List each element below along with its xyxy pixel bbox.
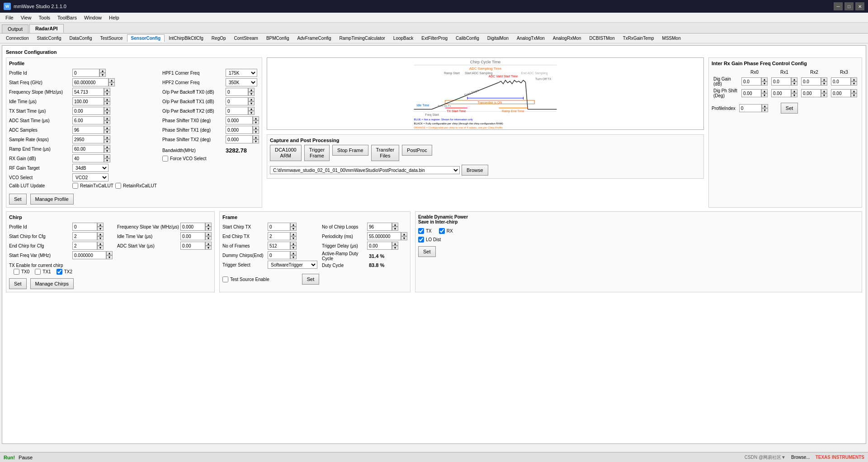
dynamic-power-set-button[interactable]: Set	[418, 246, 436, 257]
sub-tab-dataconfig[interactable]: DataConfig	[66, 34, 96, 42]
sub-tab-analogrxmon[interactable]: AnalogRxMon	[549, 34, 585, 42]
no-of-frames-input[interactable]	[268, 242, 290, 250]
phase-tx2-input[interactable]: ▲▼	[226, 135, 259, 143]
chirp-set-button[interactable]: Set	[9, 278, 27, 289]
phase-tx0-up[interactable]: ▲	[253, 116, 259, 120]
dig-ph-rx0[interactable]	[741, 89, 761, 97]
start-freq-down[interactable]: ▼	[108, 82, 115, 86]
dig-ph-rx2[interactable]	[801, 89, 821, 97]
dca1000-arm-button[interactable]: DCA1000 ARM	[270, 145, 302, 161]
dig-gain-rx1[interactable]	[771, 77, 791, 86]
dummy-chirps-input[interactable]	[268, 251, 290, 259]
postproc-button[interactable]: PostProc	[402, 145, 432, 156]
start-freq-input[interactable]: ▲▼	[72, 78, 115, 86]
sub-tab-txrxgaintemp[interactable]: TxRxGainTemp	[619, 34, 658, 42]
periodicity-input[interactable]	[367, 232, 401, 240]
vco-select-dropdown[interactable]: VCO2	[72, 173, 108, 181]
tx-start-input[interactable]: ▲▼	[72, 107, 110, 115]
sample-rate-down[interactable]: ▼	[104, 139, 110, 143]
phase-tx2-down[interactable]: ▼	[253, 139, 259, 143]
sub-tab-sensorconfig[interactable]: SensorConfig	[127, 34, 165, 42]
phase-tx0-down[interactable]: ▼	[253, 120, 259, 124]
sample-rate-input[interactable]: ▲▼	[72, 135, 110, 143]
dig-gain-rx3[interactable]	[831, 77, 851, 86]
sample-rate-up[interactable]: ▲	[104, 135, 110, 139]
profile-id-up[interactable]: ▲	[99, 69, 106, 73]
rx-dynamic-checkbox[interactable]	[439, 228, 445, 234]
sub-tab-digitalmon[interactable]: DigitalMon	[483, 34, 513, 42]
adc-samples-up[interactable]: ▲	[104, 126, 110, 130]
trigger-delay-input[interactable]	[367, 242, 392, 250]
end-chirp-tx-input[interactable]	[268, 232, 290, 240]
rx-gain-down[interactable]: ▼	[104, 158, 110, 162]
retain-tx-cal-lut-checkbox[interactable]	[72, 183, 78, 189]
profile-id-down[interactable]: ▼	[99, 73, 106, 77]
trigger-select-dropdown[interactable]: SoftwareTrigger	[268, 261, 317, 269]
menu-help[interactable]: Help	[105, 14, 123, 21]
hpf1-select[interactable]: 175K	[226, 69, 257, 77]
tab-output[interactable]: Output	[2, 24, 28, 33]
sub-tab-extfilterprog[interactable]: ExtFilterProg	[417, 34, 452, 42]
start-freq-var-input[interactable]	[72, 251, 106, 259]
sub-tab-loopback[interactable]: LoopBack	[389, 34, 417, 42]
transfer-files-button[interactable]: Transfer Files	[371, 145, 400, 161]
browse-button[interactable]: Browse	[462, 165, 488, 176]
phase-tx0-input[interactable]: ▲▼	[226, 116, 259, 124]
force-vco-checkbox[interactable]	[162, 156, 168, 162]
op-pwr-tx2-up[interactable]: ▲	[248, 107, 255, 111]
op-pwr-tx2-input[interactable]: ▲▼	[226, 107, 255, 115]
phase-tx1-input[interactable]: ▲▼	[226, 126, 259, 134]
sub-tab-bpmconfig[interactable]: BPMConfig	[262, 34, 293, 42]
rx-gain-up[interactable]: ▲	[104, 154, 110, 158]
sub-tab-staticconfig[interactable]: StaticConfig	[33, 34, 66, 42]
adc-start-up[interactable]: ▲	[104, 116, 110, 120]
freq-slope-down[interactable]: ▼	[104, 92, 110, 96]
dig-ph-rx1[interactable]	[771, 89, 791, 97]
dig-gain-rx0[interactable]	[741, 77, 761, 86]
op-pwr-tx2-down[interactable]: ▼	[248, 111, 255, 115]
sub-tab-advframeconfig[interactable]: AdvFrameConfig	[293, 34, 335, 42]
start-chirp-tx-input[interactable]	[268, 223, 290, 231]
start-freq-up[interactable]: ▲	[108, 78, 115, 82]
menu-toolbars[interactable]: ToolBars	[54, 14, 80, 21]
idle-time-down[interactable]: ▼	[104, 101, 110, 105]
op-pwr-tx1-down[interactable]: ▼	[248, 101, 255, 105]
start-chirp-cfg-input[interactable]	[72, 232, 97, 240]
adc-start-var-input[interactable]	[180, 242, 205, 250]
idle-time-input[interactable]: ▲▼	[72, 97, 110, 105]
dig-gain-rx2[interactable]	[801, 77, 821, 86]
phase-tx2-up[interactable]: ▲	[253, 135, 259, 139]
adc-start-down[interactable]: ▼	[104, 120, 110, 124]
output-path-select[interactable]: C:\ti\mmwave_studio_02_01_01_00\mmWaveSt…	[270, 166, 460, 174]
freq-slope-up[interactable]: ▲	[104, 88, 110, 92]
rx-gain-input[interactable]: ▲▼	[72, 154, 110, 162]
maximize-button[interactable]: □	[844, 2, 854, 10]
sub-tab-analogtxmon[interactable]: AnalogTxMon	[513, 34, 549, 42]
profile-index-input[interactable]	[739, 104, 762, 112]
stop-frame-button[interactable]: Stop Frame	[332, 145, 368, 156]
phase-tx1-down[interactable]: ▼	[253, 130, 259, 134]
adc-samples-input[interactable]: ▲▼	[72, 126, 110, 134]
rf-gain-select[interactable]: 34dB	[72, 164, 108, 172]
sub-tab-mssmon[interactable]: MSSMon	[658, 34, 685, 42]
retain-rx-cal-lut-checkbox[interactable]	[115, 183, 121, 189]
dig-ph-rx3[interactable]	[831, 89, 851, 97]
profile-id-input[interactable]: ▲▼	[72, 69, 106, 77]
sub-tab-testsource[interactable]: TestSource	[96, 34, 127, 42]
tx0-checkbox[interactable]	[14, 269, 19, 275]
idle-time-up[interactable]: ▲	[104, 97, 110, 101]
adc-start-input[interactable]: ▲▼	[72, 116, 110, 124]
op-pwr-tx1-input[interactable]: ▲▼	[226, 97, 255, 105]
lo-dist-checkbox[interactable]	[418, 237, 424, 243]
op-pwr-tx0-down[interactable]: ▼	[248, 92, 255, 96]
tab-radarapi[interactable]: RadarAPI	[29, 24, 64, 33]
tx-dynamic-checkbox[interactable]	[418, 228, 424, 234]
test-source-enable-checkbox[interactable]	[222, 276, 228, 282]
sub-tab-intchirpblk[interactable]: IntChirpBlkCtlCfg	[165, 34, 208, 42]
sub-tab-connection[interactable]: Connection	[2, 34, 33, 42]
op-pwr-tx0-up[interactable]: ▲	[248, 88, 255, 92]
ramp-end-input[interactable]: ▲▼	[72, 145, 110, 153]
chirp-profile-id-input[interactable]	[72, 223, 97, 231]
menu-file[interactable]: File	[2, 14, 17, 21]
freq-slope-var-input[interactable]	[180, 223, 205, 231]
